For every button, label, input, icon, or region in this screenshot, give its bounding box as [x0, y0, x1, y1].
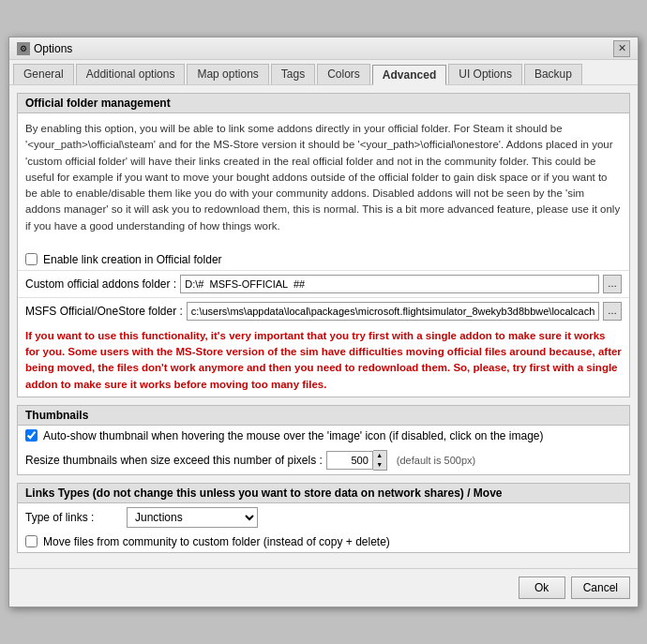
- msfs-folder-browse-button[interactable]: …: [603, 302, 622, 321]
- resize-hint: (default is 500px): [397, 455, 475, 466]
- links-types-header: Links Types (do not change this unless y…: [18, 484, 629, 503]
- type-of-links-label: Type of links :: [25, 511, 119, 524]
- cancel-button[interactable]: Cancel: [571, 577, 630, 599]
- tab-colors[interactable]: Colors: [317, 64, 370, 84]
- msfs-folder-input[interactable]: [187, 302, 599, 321]
- options-dialog: ⚙ Options ✕ General Additional options M…: [8, 37, 639, 607]
- resize-label: Resize thumbnails when size exceed this …: [25, 454, 323, 467]
- custom-folder-browse-button[interactable]: …: [603, 275, 622, 293]
- tab-tags[interactable]: Tags: [271, 64, 315, 84]
- auto-show-label: Auto-show thumbnail when hovering the mo…: [43, 429, 544, 442]
- close-button[interactable]: ✕: [613, 40, 630, 57]
- move-files-row: Move files from community to custom fold…: [18, 532, 629, 552]
- tab-ui-options[interactable]: UI Options: [448, 64, 522, 84]
- official-folder-description: By enabling this option, you will be abl…: [25, 121, 622, 234]
- enable-link-label: Enable link creation in Official folder: [43, 253, 222, 266]
- resize-input[interactable]: [326, 451, 373, 470]
- tabs-bar: General Additional options Map options T…: [9, 60, 638, 85]
- custom-folder-input[interactable]: [180, 275, 599, 293]
- thumbnails-header: Thumbnails: [18, 406, 629, 426]
- dialog-title: Options: [34, 42, 72, 55]
- official-folder-section: Official folder management By enabling t…: [17, 93, 630, 397]
- spinner-buttons: ▲ ▼: [373, 450, 387, 471]
- auto-show-checkbox[interactable]: [25, 429, 38, 442]
- msfs-folder-row: MSFS Official/OneStore folder : …: [18, 297, 629, 324]
- enable-link-checkbox[interactable]: [25, 253, 38, 265]
- enable-link-row: Enable link creation in Official folder: [18, 249, 629, 270]
- title-bar-left: ⚙ Options: [17, 42, 72, 55]
- move-files-checkbox[interactable]: [25, 535, 38, 547]
- official-folder-body: By enabling this option, you will be abl…: [18, 113, 629, 249]
- type-of-links-select[interactable]: Junctions Symbolic Links Hard Links: [127, 507, 258, 528]
- thumbnails-section: Thumbnails Auto-show thumbnail when hove…: [17, 405, 630, 475]
- tab-map-options[interactable]: Map options: [187, 64, 268, 84]
- type-of-links-row: Type of links : Junctions Symbolic Links…: [18, 503, 629, 532]
- resize-row: Resize thumbnails when size exceed this …: [18, 446, 629, 474]
- official-folder-warning: If you want to use this functionality, i…: [18, 324, 629, 397]
- links-types-section: Links Types (do not change this unless y…: [17, 483, 630, 553]
- spinner-up-button[interactable]: ▲: [373, 451, 386, 460]
- official-folder-header: Official folder management: [18, 94, 629, 113]
- spinner-down-button[interactable]: ▼: [373, 460, 386, 470]
- custom-folder-row: Custom official addons folder : …: [18, 270, 629, 297]
- dialog-icon: ⚙: [17, 42, 30, 55]
- tab-general[interactable]: General: [13, 64, 74, 84]
- ok-button[interactable]: Ok: [519, 577, 565, 599]
- tab-backup[interactable]: Backup: [524, 64, 582, 84]
- dialog-footer: Ok Cancel: [9, 568, 638, 607]
- tab-advanced[interactable]: Advanced: [372, 65, 446, 85]
- auto-show-row: Auto-show thumbnail when hovering the mo…: [18, 426, 629, 446]
- move-files-label: Move files from community to custom fold…: [43, 535, 390, 548]
- custom-folder-label: Custom official addons folder :: [25, 277, 176, 291]
- title-bar: ⚙ Options ✕: [9, 37, 638, 60]
- resize-spinner: ▲ ▼: [326, 450, 387, 471]
- tab-additional-options[interactable]: Additional options: [76, 64, 186, 84]
- msfs-folder-label: MSFS Official/OneStore folder :: [25, 305, 183, 318]
- content-area: Official folder management By enabling t…: [9, 85, 638, 568]
